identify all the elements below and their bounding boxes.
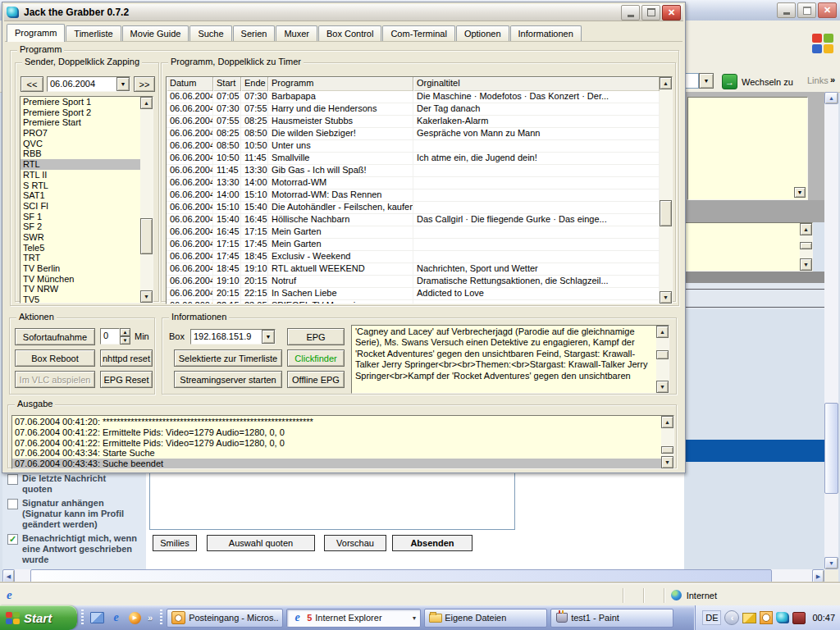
- tab-programm[interactable]: Programm: [7, 24, 65, 42]
- scroll-track[interactable]: [656, 338, 669, 381]
- table-row[interactable]: 06.06.200407:0507:30BarbapapaDie Maschin…: [167, 91, 660, 103]
- browser-vertical-scrollbar[interactable]: ▲▼: [824, 92, 838, 569]
- taskbar-button-ie[interactable]: e5Internet Explorer▾: [286, 609, 421, 628]
- column-header-ende[interactable]: Ende: [241, 77, 268, 91]
- scroll-thumb[interactable]: [800, 242, 812, 249]
- table-row[interactable]: 06.06.200415:4016:45Höllische NachbarnDa…: [167, 214, 660, 226]
- go-button[interactable]: → Wechseln zu: [719, 73, 796, 90]
- table-row[interactable]: 06.06.200419:1020:15NotrufDramatische Re…: [167, 276, 660, 288]
- scroll-thumb[interactable]: [656, 350, 669, 359]
- tray-chevron-icon[interactable]: ‹: [724, 610, 739, 625]
- epg-scrollbar[interactable]: ▲▼: [656, 326, 669, 393]
- column-header-datum[interactable]: Datum: [167, 77, 213, 91]
- checkbox[interactable]: [7, 474, 18, 485]
- channel-item[interactable]: RTL: [21, 159, 140, 170]
- log-line[interactable]: 07.06.2004 00:41:22: Ermittelte Pids: Vi…: [12, 427, 661, 438]
- scroll-up-icon[interactable]: ▲: [661, 416, 673, 428]
- scroll-up-icon[interactable]: ▲: [800, 223, 812, 235]
- browser-restore-button[interactable]: [797, 2, 816, 18]
- scroll-track[interactable]: [800, 235, 812, 258]
- panel-scrollbar[interactable]: ▲▼: [800, 223, 812, 271]
- scroll-thumb[interactable]: [824, 403, 838, 493]
- scroll-up-icon[interactable]: ▲: [140, 97, 153, 109]
- tab-com-terminal[interactable]: Com-Terminal: [382, 25, 454, 41]
- table-row[interactable]: 06.06.200417:1517:45Mein Garten: [167, 239, 660, 251]
- channel-item[interactable]: SWR: [21, 232, 140, 243]
- dropdown-arrow-icon[interactable]: ▼: [116, 77, 130, 91]
- forum-button-auswahl-quoten[interactable]: Auswahl quoten: [207, 535, 315, 551]
- scroll-track[interactable]: [660, 89, 672, 291]
- scroll-track[interactable]: [15, 569, 812, 583]
- tab-optionen[interactable]: Optionen: [456, 25, 509, 41]
- scroll-down-icon[interactable]: ▼: [656, 381, 669, 393]
- date-combobox[interactable]: 06.06.2004 ▼: [47, 76, 130, 92]
- taskbar-button-outlook-inbox[interactable]: Posteingang - Micros...: [167, 609, 283, 628]
- channel-item[interactable]: TV München: [21, 274, 140, 285]
- scroll-up-icon[interactable]: ▲: [660, 77, 672, 89]
- spinner-down-icon[interactable]: ▼: [120, 336, 130, 345]
- tab-movie-guide[interactable]: Movie Guide: [122, 25, 189, 41]
- browser-minimize-button[interactable]: [777, 2, 796, 18]
- internet-explorer-icon[interactable]: e: [109, 611, 123, 625]
- message-textarea[interactable]: [149, 472, 515, 530]
- channel-item[interactable]: Tele5: [21, 243, 140, 253]
- grabber-tray-icon[interactable]: [776, 612, 789, 623]
- log-scrollbar[interactable]: ▲▼: [661, 416, 673, 468]
- table-row[interactable]: 06.06.200408:2508:50Die wilden Siebziger…: [167, 128, 660, 140]
- tab-serien[interactable]: Serien: [233, 25, 276, 41]
- address-dropdown-button[interactable]: ▼: [699, 73, 714, 89]
- links-chevron-icon[interactable]: »: [830, 75, 835, 84]
- offline-epg-button[interactable]: Offline EPG: [287, 371, 345, 388]
- selektierte-timerliste-button[interactable]: Selektierte zur Timerliste: [174, 349, 282, 367]
- channel-item[interactable]: SCI FI: [21, 201, 140, 212]
- scroll-down-icon[interactable]: ▼: [660, 291, 672, 304]
- forum-button-absenden[interactable]: Absenden: [392, 535, 472, 551]
- scroll-track[interactable]: [661, 428, 673, 456]
- epg-reset-button[interactable]: EPG Reset: [100, 371, 153, 388]
- language-indicator[interactable]: DE: [702, 610, 721, 625]
- table-row[interactable]: 06.06.200415:1015:40Die Autohändler - Fe…: [167, 202, 660, 214]
- channel-item[interactable]: TV NRW: [21, 284, 140, 294]
- table-row[interactable]: 06.06.200420:1522:15In Sachen LiebeAddic…: [167, 288, 660, 300]
- channel-item[interactable]: PRO7: [21, 128, 140, 139]
- channel-item[interactable]: S RTL: [21, 180, 140, 191]
- sofortaufnahme-button[interactable]: Sofortaufnahme: [15, 328, 95, 345]
- taskbar-button-folder[interactable]: Eigene Dateien: [424, 609, 547, 628]
- channel-scrollbar[interactable]: ▲▼: [140, 97, 153, 303]
- channel-item[interactable]: Premiere Sport 2: [21, 107, 140, 118]
- channel-item[interactable]: QVC: [21, 139, 140, 149]
- close-button[interactable]: ✕: [662, 5, 681, 21]
- scroll-thumb[interactable]: [661, 446, 673, 453]
- channel-item[interactable]: TV5: [21, 294, 140, 303]
- reminder-tray-icon[interactable]: [760, 611, 773, 624]
- log-line[interactable]: 07.06.2004 00:41:22: Ermittelte Pids: Vi…: [12, 438, 661, 449]
- scroll-down-icon[interactable]: ▼: [800, 258, 812, 271]
- scroll-thumb[interactable]: [30, 569, 772, 583]
- mail-tray-icon[interactable]: [742, 613, 756, 623]
- outlook-express-icon[interactable]: [90, 611, 104, 625]
- log-line[interactable]: 07.06.2004 00:43:43: Suche beendet: [12, 459, 661, 468]
- column-header-programm[interactable]: Programm: [268, 77, 413, 91]
- maximize-button[interactable]: [641, 5, 660, 21]
- column-header-orginaltitel[interactable]: Orginaltitel: [413, 77, 660, 91]
- clickfinder-button[interactable]: Clickfinder: [287, 349, 345, 367]
- channel-item[interactable]: TV Berlin: [21, 263, 140, 274]
- tab-suche[interactable]: Suche: [189, 25, 231, 41]
- scroll-thumb[interactable]: [140, 218, 153, 254]
- log-line[interactable]: 07.06.2004 00:43:34: Starte Suche: [12, 448, 661, 459]
- tab-muxer[interactable]: Muxer: [276, 25, 317, 41]
- table-row[interactable]: 06.06.200407:5508:25Hausmeister StubbsKa…: [167, 116, 660, 128]
- browser-close-button[interactable]: ✕: [818, 2, 837, 18]
- scroll-down-icon[interactable]: ▼: [661, 456, 673, 468]
- taskband-grip[interactable]: [160, 609, 162, 626]
- table-row[interactable]: 06.06.200410:5011:45SmallvilleIch atme e…: [167, 153, 660, 165]
- streamingserver-button[interactable]: Streamingserver starten: [174, 371, 282, 388]
- box-ip-combobox[interactable]: 192.168.151.9 ▼: [190, 329, 276, 345]
- spinner-up-icon[interactable]: ▲: [120, 328, 130, 336]
- channel-item[interactable]: SF 1: [21, 212, 140, 222]
- scroll-track[interactable]: [140, 109, 153, 290]
- start-button[interactable]: Start: [0, 605, 77, 630]
- table-row[interactable]: 06.06.200407:3007:55Harry und die Hender…: [167, 103, 660, 116]
- nhttpd-reset-button[interactable]: nhttpd reset: [100, 349, 153, 367]
- prev-day-button[interactable]: <<: [21, 76, 43, 92]
